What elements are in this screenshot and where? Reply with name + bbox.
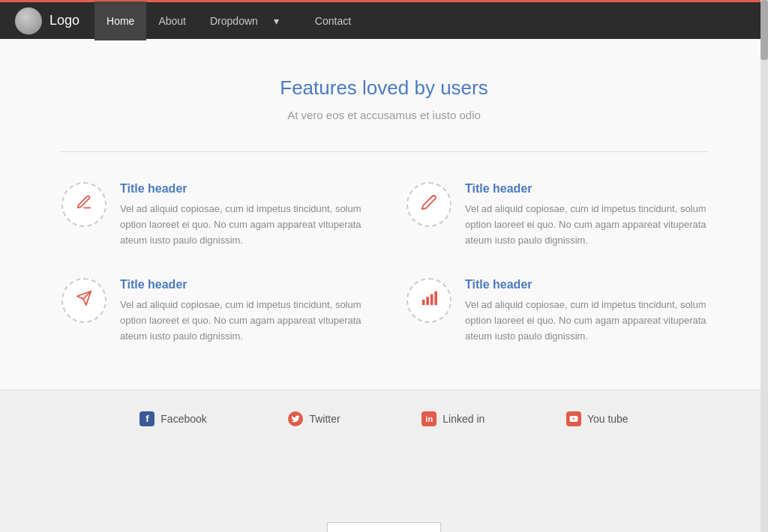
nav-link-home[interactable]: Home bbox=[94, 1, 146, 40]
scrollbar-thumb[interactable] bbox=[760, 0, 768, 60]
facebook-icon: f bbox=[140, 411, 154, 426]
feature-icon-wrap-4 bbox=[406, 278, 452, 323]
features-grid: Title header Vel ad aliquid copiosae, cu… bbox=[62, 182, 706, 345]
feature-title-2: Title header bbox=[465, 182, 706, 196]
social-bar: f Facebook Twitter in Linked in You tube bbox=[0, 390, 768, 447]
feature-title-3: Title header bbox=[120, 278, 362, 291]
logo-text: Logo bbox=[50, 13, 80, 28]
feature-item-4: Title header Vel ad aliquid copiosae, cu… bbox=[406, 278, 706, 344]
feature-title-1: Title header bbox=[120, 182, 362, 196]
bar-chart-icon bbox=[421, 290, 437, 311]
feature-desc-4: Vel ad aliquid copiosae, cum id impetus … bbox=[465, 297, 706, 344]
social-link-linkedin[interactable]: in Linked in bbox=[422, 411, 484, 426]
nav-link-contact[interactable]: Contact bbox=[303, 1, 363, 40]
facebook-label: Facebook bbox=[160, 413, 206, 425]
nav-item-home[interactable]: Home bbox=[94, 1, 146, 40]
twitter-icon bbox=[288, 411, 303, 426]
scrollbar-track[interactable] bbox=[760, 0, 768, 532]
pencil-icon bbox=[76, 194, 92, 215]
nav-list: Home About Dropdown ▾ Contact bbox=[94, 1, 363, 40]
twitter-label: Twitter bbox=[309, 413, 340, 425]
feature-desc-1: Vel ad aliquid copiosae, cum id impetus … bbox=[120, 202, 362, 248]
feature-icon-wrap-2 bbox=[406, 182, 452, 227]
feature-item-1: Title header Vel ad aliquid copiosae, cu… bbox=[62, 182, 362, 248]
feature-desc-2: Vel ad aliquid copiosae, cum id impetus … bbox=[465, 202, 706, 248]
navbar: Logo Home About Dropdown ▾ Contact bbox=[0, 0, 768, 39]
features-title: Features loved by users bbox=[15, 76, 753, 100]
main-content: Features loved by users At vero eos et a… bbox=[0, 39, 768, 390]
svg-rect-4 bbox=[430, 294, 434, 306]
feature-text-4: Title header Vel ad aliquid copiosae, cu… bbox=[465, 278, 706, 344]
linkedin-icon: in bbox=[422, 411, 436, 426]
feature-desc-3: Vel ad aliquid copiosae, cum id impetus … bbox=[120, 297, 362, 344]
navbar-brand[interactable]: Logo bbox=[15, 7, 80, 34]
chevron-down-icon: ▾ bbox=[262, 1, 291, 40]
nav-item-dropdown[interactable]: Dropdown ▾ bbox=[198, 1, 303, 40]
svg-rect-3 bbox=[426, 297, 429, 306]
pen-icon bbox=[421, 194, 437, 215]
section-divider bbox=[60, 151, 708, 152]
feature-text-3: Title header Vel ad aliquid copiosae, cu… bbox=[120, 278, 362, 344]
back-to-top-button[interactable]: Back to top ▲ bbox=[327, 522, 441, 532]
social-link-twitter[interactable]: Twitter bbox=[288, 411, 340, 426]
nav-link-dropdown[interactable]: Dropdown ▾ bbox=[198, 1, 303, 40]
logo-circle bbox=[15, 7, 42, 34]
feature-text-1: Title header Vel ad aliquid copiosae, cu… bbox=[120, 182, 362, 248]
social-link-facebook[interactable]: f Facebook bbox=[140, 411, 206, 426]
feature-icon-wrap-1 bbox=[62, 182, 106, 227]
social-link-youtube[interactable]: You tube bbox=[566, 411, 628, 426]
paper-plane-icon bbox=[76, 290, 92, 311]
svg-rect-5 bbox=[434, 291, 437, 305]
youtube-label: You tube bbox=[587, 413, 628, 425]
linkedin-label: Linked in bbox=[442, 413, 484, 425]
feature-text-2: Title header Vel ad aliquid copiosae, cu… bbox=[465, 182, 706, 248]
feature-icon-wrap-3 bbox=[62, 278, 106, 323]
social-links: f Facebook Twitter in Linked in You tube bbox=[99, 411, 669, 426]
youtube-icon bbox=[566, 411, 581, 426]
features-subtitle: At vero eos et accusamus et iusto odio bbox=[15, 109, 753, 121]
nav-item-about[interactable]: About bbox=[146, 1, 198, 40]
svg-rect-2 bbox=[422, 300, 425, 305]
nav-link-about[interactable]: About bbox=[146, 1, 198, 40]
feature-item-3: Title header Vel ad aliquid copiosae, cu… bbox=[62, 278, 362, 344]
feature-title-4: Title header bbox=[465, 278, 706, 291]
feature-item-2: Title header Vel ad aliquid copiosae, cu… bbox=[406, 182, 706, 248]
bottom-area: Back to top ▲ bbox=[0, 447, 768, 532]
nav-item-contact[interactable]: Contact bbox=[303, 1, 363, 40]
